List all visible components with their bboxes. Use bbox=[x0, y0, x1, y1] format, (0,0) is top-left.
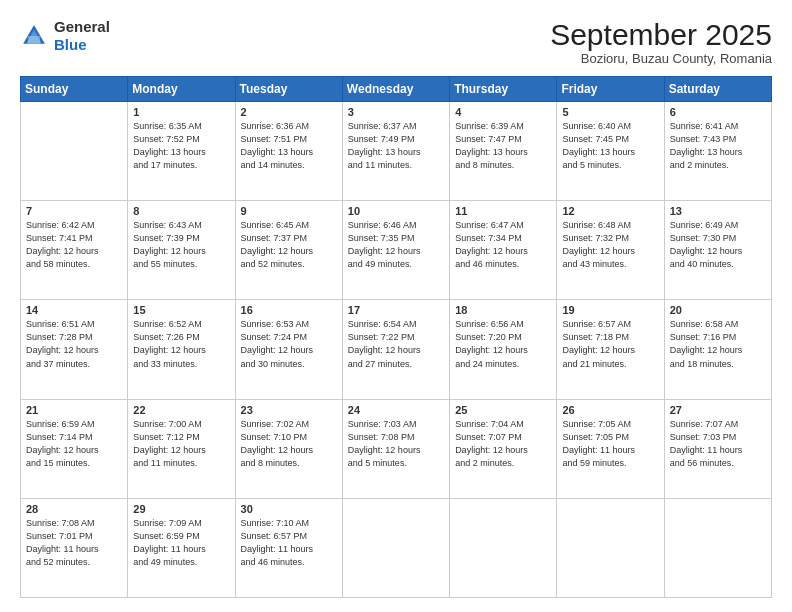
week-row-5: 28Sunrise: 7:08 AMSunset: 7:01 PMDayligh… bbox=[21, 498, 772, 597]
day-number: 2 bbox=[241, 106, 337, 118]
day-cell: 16Sunrise: 6:53 AMSunset: 7:24 PMDayligh… bbox=[235, 300, 342, 399]
day-number: 5 bbox=[562, 106, 658, 118]
day-cell: 15Sunrise: 6:52 AMSunset: 7:26 PMDayligh… bbox=[128, 300, 235, 399]
day-number: 17 bbox=[348, 304, 444, 316]
day-number: 27 bbox=[670, 404, 766, 416]
day-cell bbox=[664, 498, 771, 597]
col-header-tuesday: Tuesday bbox=[235, 77, 342, 102]
day-info: Sunrise: 6:35 AMSunset: 7:52 PMDaylight:… bbox=[133, 120, 229, 172]
day-number: 12 bbox=[562, 205, 658, 217]
day-number: 15 bbox=[133, 304, 229, 316]
day-number: 16 bbox=[241, 304, 337, 316]
day-number: 4 bbox=[455, 106, 551, 118]
day-number: 30 bbox=[241, 503, 337, 515]
logo-icon bbox=[20, 22, 48, 50]
day-number: 23 bbox=[241, 404, 337, 416]
day-info: Sunrise: 7:09 AMSunset: 6:59 PMDaylight:… bbox=[133, 517, 229, 569]
day-cell: 10Sunrise: 6:46 AMSunset: 7:35 PMDayligh… bbox=[342, 201, 449, 300]
day-cell: 21Sunrise: 6:59 AMSunset: 7:14 PMDayligh… bbox=[21, 399, 128, 498]
day-number: 13 bbox=[670, 205, 766, 217]
day-cell: 19Sunrise: 6:57 AMSunset: 7:18 PMDayligh… bbox=[557, 300, 664, 399]
day-number: 3 bbox=[348, 106, 444, 118]
day-number: 11 bbox=[455, 205, 551, 217]
week-row-4: 21Sunrise: 6:59 AMSunset: 7:14 PMDayligh… bbox=[21, 399, 772, 498]
day-info: Sunrise: 6:58 AMSunset: 7:16 PMDaylight:… bbox=[670, 318, 766, 370]
day-cell: 12Sunrise: 6:48 AMSunset: 7:32 PMDayligh… bbox=[557, 201, 664, 300]
day-number: 9 bbox=[241, 205, 337, 217]
day-cell: 30Sunrise: 7:10 AMSunset: 6:57 PMDayligh… bbox=[235, 498, 342, 597]
day-number: 20 bbox=[670, 304, 766, 316]
day-info: Sunrise: 7:10 AMSunset: 6:57 PMDaylight:… bbox=[241, 517, 337, 569]
day-number: 6 bbox=[670, 106, 766, 118]
day-cell: 14Sunrise: 6:51 AMSunset: 7:28 PMDayligh… bbox=[21, 300, 128, 399]
day-number: 26 bbox=[562, 404, 658, 416]
day-cell: 20Sunrise: 6:58 AMSunset: 7:16 PMDayligh… bbox=[664, 300, 771, 399]
title-block: September 2025 Bozioru, Buzau County, Ro… bbox=[550, 18, 772, 66]
day-info: Sunrise: 6:41 AMSunset: 7:43 PMDaylight:… bbox=[670, 120, 766, 172]
day-info: Sunrise: 6:40 AMSunset: 7:45 PMDaylight:… bbox=[562, 120, 658, 172]
day-info: Sunrise: 6:52 AMSunset: 7:26 PMDaylight:… bbox=[133, 318, 229, 370]
day-cell: 24Sunrise: 7:03 AMSunset: 7:08 PMDayligh… bbox=[342, 399, 449, 498]
header: General Blue September 2025 Bozioru, Buz… bbox=[20, 18, 772, 66]
day-cell: 4Sunrise: 6:39 AMSunset: 7:47 PMDaylight… bbox=[450, 102, 557, 201]
day-cell bbox=[450, 498, 557, 597]
day-number: 19 bbox=[562, 304, 658, 316]
logo-blue: Blue bbox=[54, 36, 110, 54]
month-title: September 2025 bbox=[550, 18, 772, 51]
day-cell: 7Sunrise: 6:42 AMSunset: 7:41 PMDaylight… bbox=[21, 201, 128, 300]
week-row-2: 7Sunrise: 6:42 AMSunset: 7:41 PMDaylight… bbox=[21, 201, 772, 300]
day-cell: 5Sunrise: 6:40 AMSunset: 7:45 PMDaylight… bbox=[557, 102, 664, 201]
day-number: 1 bbox=[133, 106, 229, 118]
col-header-wednesday: Wednesday bbox=[342, 77, 449, 102]
day-cell: 2Sunrise: 6:36 AMSunset: 7:51 PMDaylight… bbox=[235, 102, 342, 201]
day-cell bbox=[342, 498, 449, 597]
day-cell: 6Sunrise: 6:41 AMSunset: 7:43 PMDaylight… bbox=[664, 102, 771, 201]
day-number: 21 bbox=[26, 404, 122, 416]
calendar: SundayMondayTuesdayWednesdayThursdayFrid… bbox=[20, 76, 772, 598]
day-cell: 27Sunrise: 7:07 AMSunset: 7:03 PMDayligh… bbox=[664, 399, 771, 498]
day-info: Sunrise: 6:53 AMSunset: 7:24 PMDaylight:… bbox=[241, 318, 337, 370]
day-number: 24 bbox=[348, 404, 444, 416]
day-info: Sunrise: 6:37 AMSunset: 7:49 PMDaylight:… bbox=[348, 120, 444, 172]
day-cell: 25Sunrise: 7:04 AMSunset: 7:07 PMDayligh… bbox=[450, 399, 557, 498]
day-number: 18 bbox=[455, 304, 551, 316]
day-cell: 18Sunrise: 6:56 AMSunset: 7:20 PMDayligh… bbox=[450, 300, 557, 399]
day-cell: 9Sunrise: 6:45 AMSunset: 7:37 PMDaylight… bbox=[235, 201, 342, 300]
day-info: Sunrise: 6:59 AMSunset: 7:14 PMDaylight:… bbox=[26, 418, 122, 470]
day-number: 10 bbox=[348, 205, 444, 217]
day-info: Sunrise: 6:45 AMSunset: 7:37 PMDaylight:… bbox=[241, 219, 337, 271]
day-number: 25 bbox=[455, 404, 551, 416]
logo: General Blue bbox=[20, 18, 110, 54]
day-info: Sunrise: 6:49 AMSunset: 7:30 PMDaylight:… bbox=[670, 219, 766, 271]
day-info: Sunrise: 6:42 AMSunset: 7:41 PMDaylight:… bbox=[26, 219, 122, 271]
day-info: Sunrise: 6:36 AMSunset: 7:51 PMDaylight:… bbox=[241, 120, 337, 172]
day-cell: 29Sunrise: 7:09 AMSunset: 6:59 PMDayligh… bbox=[128, 498, 235, 597]
day-info: Sunrise: 7:05 AMSunset: 7:05 PMDaylight:… bbox=[562, 418, 658, 470]
day-cell: 11Sunrise: 6:47 AMSunset: 7:34 PMDayligh… bbox=[450, 201, 557, 300]
day-cell: 3Sunrise: 6:37 AMSunset: 7:49 PMDaylight… bbox=[342, 102, 449, 201]
day-number: 29 bbox=[133, 503, 229, 515]
calendar-header-row: SundayMondayTuesdayWednesdayThursdayFrid… bbox=[21, 77, 772, 102]
day-cell bbox=[557, 498, 664, 597]
svg-rect-2 bbox=[28, 36, 40, 44]
day-info: Sunrise: 6:39 AMSunset: 7:47 PMDaylight:… bbox=[455, 120, 551, 172]
day-info: Sunrise: 6:54 AMSunset: 7:22 PMDaylight:… bbox=[348, 318, 444, 370]
week-row-3: 14Sunrise: 6:51 AMSunset: 7:28 PMDayligh… bbox=[21, 300, 772, 399]
day-cell: 23Sunrise: 7:02 AMSunset: 7:10 PMDayligh… bbox=[235, 399, 342, 498]
col-header-sunday: Sunday bbox=[21, 77, 128, 102]
day-cell: 8Sunrise: 6:43 AMSunset: 7:39 PMDaylight… bbox=[128, 201, 235, 300]
day-cell: 22Sunrise: 7:00 AMSunset: 7:12 PMDayligh… bbox=[128, 399, 235, 498]
day-number: 8 bbox=[133, 205, 229, 217]
day-info: Sunrise: 6:48 AMSunset: 7:32 PMDaylight:… bbox=[562, 219, 658, 271]
day-info: Sunrise: 6:51 AMSunset: 7:28 PMDaylight:… bbox=[26, 318, 122, 370]
day-info: Sunrise: 7:02 AMSunset: 7:10 PMDaylight:… bbox=[241, 418, 337, 470]
logo-text: General Blue bbox=[54, 18, 110, 54]
day-number: 28 bbox=[26, 503, 122, 515]
day-cell: 1Sunrise: 6:35 AMSunset: 7:52 PMDaylight… bbox=[128, 102, 235, 201]
location: Bozioru, Buzau County, Romania bbox=[550, 51, 772, 66]
day-cell: 26Sunrise: 7:05 AMSunset: 7:05 PMDayligh… bbox=[557, 399, 664, 498]
week-row-1: 1Sunrise: 6:35 AMSunset: 7:52 PMDaylight… bbox=[21, 102, 772, 201]
col-header-friday: Friday bbox=[557, 77, 664, 102]
day-info: Sunrise: 7:07 AMSunset: 7:03 PMDaylight:… bbox=[670, 418, 766, 470]
day-cell: 28Sunrise: 7:08 AMSunset: 7:01 PMDayligh… bbox=[21, 498, 128, 597]
